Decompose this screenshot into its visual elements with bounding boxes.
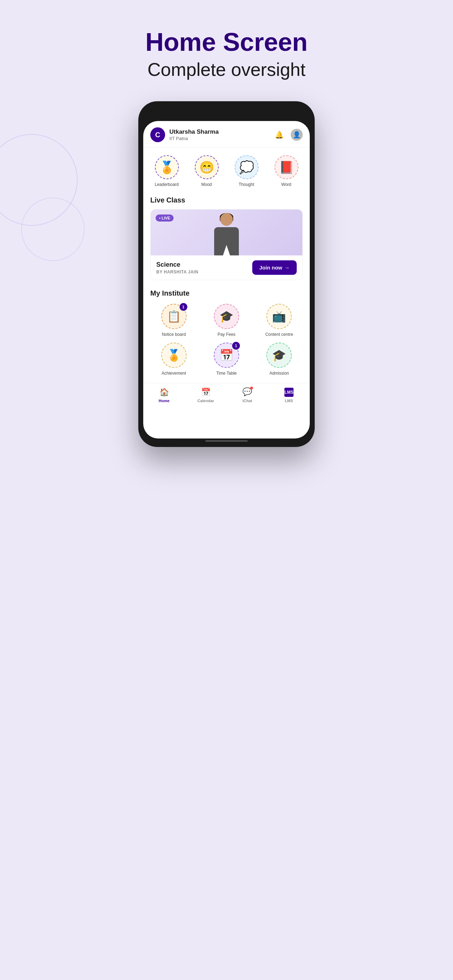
institute-item-achievement[interactable]: 🏅 Achievement — [150, 342, 197, 376]
quick-action-word[interactable]: 📕 Word — [272, 155, 300, 187]
achievement-label: Achievement — [162, 371, 186, 376]
page-header: Home Screen Complete oversight — [145, 28, 308, 80]
header-icons: 🔔 👤 — [273, 129, 303, 141]
ichat-icon-wrapper: 💬 — [242, 387, 252, 397]
live-class-banner: LIVE — [151, 210, 302, 255]
live-badge: LIVE — [156, 215, 173, 221]
notification-icon[interactable]: 🔔 — [273, 129, 285, 141]
institute-item-noticeboard[interactable]: 📋 1 Notice board — [150, 304, 197, 337]
admission-circle: 🎓 — [266, 342, 292, 368]
mood-label: Mood — [201, 182, 212, 187]
content-circle: 📺 — [266, 304, 292, 329]
user-name: Utkarsha Sharma — [169, 129, 273, 135]
payfees-label: Pay Fees — [218, 332, 236, 337]
quick-actions: 🏅 Leaderboard 😁 Mood 💭 Thought 📕 Word — [143, 148, 310, 191]
decorative-circles — [0, 134, 113, 247]
thought-circle: 💭 — [235, 155, 259, 179]
home-indicator — [205, 440, 248, 442]
noticeboard-label: Notice board — [162, 332, 186, 337]
arrow-icon: → — [285, 264, 290, 270]
word-circle: 📕 — [275, 155, 299, 179]
institute-grid: 📋 1 Notice board 🎓 Pay Fees 📺 Content ce… — [150, 302, 303, 379]
nav-lms[interactable]: LMS LMS — [277, 387, 301, 403]
avatar[interactable]: 👤 — [291, 129, 303, 141]
app-header: C Utkarsha Sharma IIT Patna 🔔 👤 — [143, 121, 310, 148]
leaderboard-label: Leaderboard — [154, 182, 178, 187]
phone-notch-area — [143, 106, 310, 120]
thought-label: Thought — [238, 182, 254, 187]
timetable-badge: 1 — [232, 342, 240, 350]
institute-item-timetable[interactable]: 📅 1 Time Table — [203, 342, 250, 376]
nav-ichat[interactable]: 💬 iChat — [235, 387, 260, 403]
timetable-label: Time Table — [216, 371, 237, 376]
teacher-head — [220, 213, 233, 226]
noticeboard-circle: 📋 1 — [161, 304, 187, 329]
teacher-collar — [223, 245, 230, 255]
live-class-name: Science — [156, 261, 198, 269]
mood-circle: 😁 — [195, 155, 219, 179]
calendar-nav-icon: 📅 — [201, 387, 211, 397]
live-class-teacher: BY HARSHITA JAIN — [156, 269, 198, 274]
institute-item-admission[interactable]: 🎓 Admission — [256, 342, 303, 376]
live-class-info: Science BY HARSHITA JAIN Join now → — [151, 255, 302, 280]
timetable-circle: 📅 1 — [214, 342, 239, 368]
ichat-dot — [250, 387, 253, 390]
payfees-circle: 🎓 — [214, 304, 239, 329]
user-info: Utkarsha Sharma IIT Patna — [169, 129, 273, 141]
join-now-button[interactable]: Join now → — [252, 260, 297, 275]
nav-home-label: Home — [159, 399, 170, 403]
nav-calendar-label: Calendar — [197, 399, 214, 403]
live-class-details: Science BY HARSHITA JAIN — [156, 261, 198, 274]
quick-action-leaderboard[interactable]: 🏅 Leaderboard — [153, 155, 181, 187]
nav-calendar[interactable]: 📅 Calendar — [193, 387, 218, 403]
bottom-nav: 🏠 Home 📅 Calendar 💬 iChat LMS LMS — [143, 383, 310, 409]
lms-icon: LMS — [284, 387, 294, 397]
page-title: Home Screen — [145, 28, 308, 56]
content-label: Content centre — [265, 332, 293, 337]
app-logo: C — [150, 127, 165, 142]
word-label: Word — [281, 182, 291, 187]
leaderboard-circle: 🏅 — [155, 155, 179, 179]
phone-frame: C Utkarsha Sharma IIT Patna 🔔 👤 🏅 Leader… — [138, 101, 315, 447]
nav-lms-label: LMS — [285, 399, 293, 403]
nav-ichat-label: iChat — [242, 399, 252, 403]
home-icon: 🏠 — [159, 387, 169, 397]
institute-item-content[interactable]: 📺 Content centre — [256, 304, 303, 337]
institute-item-payfees[interactable]: 🎓 Pay Fees — [203, 304, 250, 337]
teacher-figure — [209, 213, 244, 255]
teacher-body — [214, 227, 239, 255]
live-class-section: Live Class LIVE Science — [143, 191, 310, 284]
page-subtitle: Complete oversight — [145, 59, 308, 80]
user-institution: IIT Patna — [169, 136, 273, 141]
quick-action-mood[interactable]: 😁 Mood — [192, 155, 221, 187]
achievement-circle: 🏅 — [161, 342, 187, 368]
my-institute-section: My Institute 📋 1 Notice board 🎓 Pay Fees — [143, 284, 310, 383]
live-class-card: LIVE Science BY HARSHITA JAIN — [150, 209, 303, 280]
phone-home-bar — [143, 440, 310, 442]
phone-screen: C Utkarsha Sharma IIT Patna 🔔 👤 🏅 Leader… — [143, 121, 310, 439]
phone-notch — [198, 109, 255, 117]
noticeboard-badge: 1 — [180, 303, 188, 311]
nav-home[interactable]: 🏠 Home — [152, 387, 176, 403]
live-class-title: Live Class — [150, 196, 303, 204]
admission-label: Admission — [270, 371, 289, 376]
my-institute-title: My Institute — [150, 289, 303, 298]
quick-action-thought[interactable]: 💭 Thought — [232, 155, 261, 187]
